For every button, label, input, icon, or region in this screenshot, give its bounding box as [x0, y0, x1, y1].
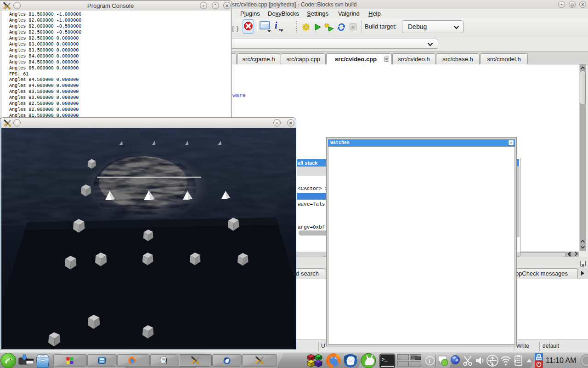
svg-text:>_: >_: [382, 357, 388, 362]
svg-text:i: i: [429, 357, 430, 364]
